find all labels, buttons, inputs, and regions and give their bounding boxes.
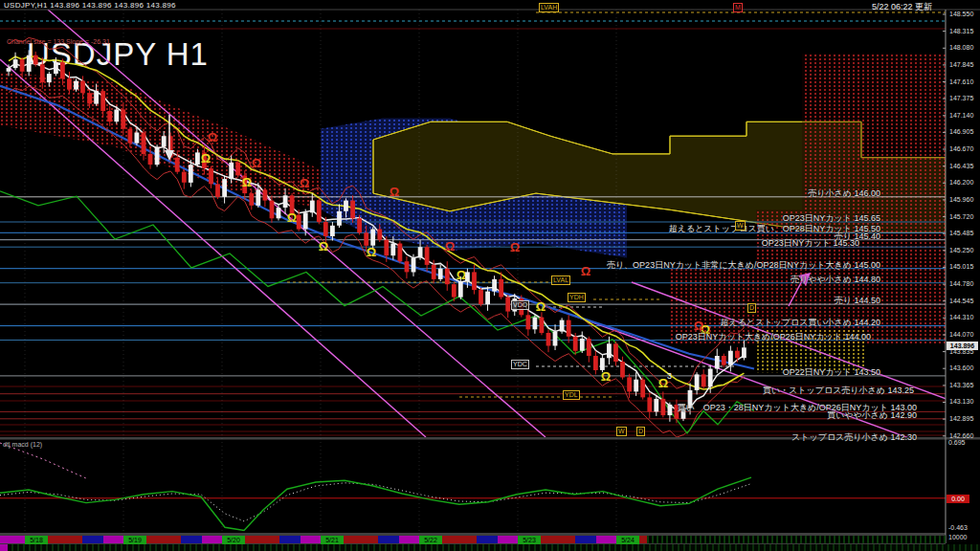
candle-body xyxy=(654,399,658,412)
timeline-segment xyxy=(82,536,103,543)
timeline-segment xyxy=(575,536,596,543)
y-axis-tick: 142.895 xyxy=(949,415,973,422)
candle-body xyxy=(526,315,531,329)
candle-body xyxy=(620,362,625,378)
candle-body xyxy=(640,380,645,398)
candle-body xyxy=(384,240,389,256)
y-axis-tick: 148.080 xyxy=(949,44,973,51)
bottom-grid-strip xyxy=(0,544,980,551)
candle-body xyxy=(485,292,490,305)
marker-box-lval: LVAL xyxy=(551,276,570,285)
omega-marker: Ω xyxy=(601,369,611,384)
chart-title-ohlc: USDJPY,H1 143.896 143.896 143.896 143.89… xyxy=(4,1,176,10)
candle-body xyxy=(499,279,503,298)
candle-body xyxy=(445,269,450,285)
price-level-label: OP23日NYカット大きめ/OP26日NYカット 144.00 xyxy=(676,331,871,343)
candle-body xyxy=(398,244,403,262)
timeline-segment xyxy=(48,536,82,543)
candle-body xyxy=(283,195,288,208)
candle-body xyxy=(735,351,740,359)
timeline-segment xyxy=(202,536,222,543)
candle-body xyxy=(546,333,551,346)
candle-body xyxy=(364,232,368,245)
candle-body xyxy=(195,152,200,165)
candle-body xyxy=(74,81,78,90)
candle-body xyxy=(634,380,638,392)
candle-body xyxy=(148,154,153,165)
candle-body xyxy=(135,133,140,143)
candle-body xyxy=(13,59,18,68)
candle-body xyxy=(330,226,335,236)
candle-body xyxy=(256,189,260,206)
y-axis-tick: 145.960 xyxy=(949,196,973,203)
candle-body xyxy=(412,258,416,273)
candle-body xyxy=(7,68,11,72)
omega-marker: Ω xyxy=(390,185,399,199)
price-level-label: OP23日NYカット 145.30 xyxy=(762,237,859,250)
candle-body xyxy=(661,399,666,415)
y-axis-tick: 143.365 xyxy=(949,382,973,388)
candle-body xyxy=(222,179,227,197)
candle-body xyxy=(573,337,578,351)
price-level-label: OP22日NYカット 143.50 xyxy=(783,366,880,379)
timeline-segment xyxy=(279,536,301,543)
y-axis-tick: 144.545 xyxy=(949,298,973,304)
candle-body xyxy=(142,133,146,155)
timeline-future-area xyxy=(647,536,946,543)
y-axis-tick: 144.780 xyxy=(949,280,973,287)
candle-body xyxy=(702,374,706,386)
omega-marker: Ω xyxy=(208,130,217,144)
marker-box-ydh: YDH xyxy=(568,293,586,302)
chart-window: USDJPY H1 Channel size = 133 Slope = -26… xyxy=(0,0,980,551)
timeline-corner-mark xyxy=(0,544,8,551)
candle-body xyxy=(452,284,457,298)
price-level-label: 売り 144.50 xyxy=(835,295,880,307)
marker-box-ydc: YDC xyxy=(511,360,529,369)
current-price-box: 143.896 xyxy=(947,342,978,350)
omega-marker: Ω xyxy=(581,264,590,278)
price-level-label: 買いやや小さめ 142.90 xyxy=(827,409,917,422)
marker-box-m: M xyxy=(733,3,743,12)
candle-body xyxy=(432,265,436,279)
omega-marker: Ω xyxy=(201,151,211,165)
macd-signal-line xyxy=(0,483,751,521)
candle-body xyxy=(540,318,545,334)
candle-body xyxy=(215,184,220,197)
candle-body xyxy=(47,74,52,82)
y-axis-tick: 148.315 xyxy=(949,28,973,34)
candle-body xyxy=(350,201,355,219)
marker-box-w: W xyxy=(616,427,627,436)
candle-body xyxy=(627,377,632,391)
y-axis-tick: 148.550 xyxy=(949,11,973,17)
candle-body xyxy=(560,320,565,332)
marker-box-d: D xyxy=(747,303,756,313)
count-label: 3 xyxy=(666,372,673,380)
y-axis-tick: 146.905 xyxy=(949,128,973,135)
date-timeline[interactable]: 5/185/195/205/215/225/235/24 xyxy=(0,535,946,544)
candle-body xyxy=(344,201,348,211)
candle-body xyxy=(390,244,395,256)
candle-body xyxy=(715,356,720,369)
candle-body xyxy=(337,211,342,226)
macd-min-value: -0.463 xyxy=(948,524,968,531)
candle-body xyxy=(458,281,463,298)
update-timestamp: 5/22 06:22 更新 xyxy=(872,1,932,13)
candle-body xyxy=(593,356,598,370)
candle-body xyxy=(567,320,571,337)
timeline-segment xyxy=(442,536,477,543)
y-axis-tick: 147.610 xyxy=(949,78,973,85)
candle-body xyxy=(668,405,673,415)
y-axis-tick: 145.250 xyxy=(949,247,973,253)
timeline-segment xyxy=(541,536,575,543)
candle-body xyxy=(263,189,268,200)
candle-body xyxy=(479,290,483,304)
price-level-label: 買い・ストップロス売り小さめ 143.25 xyxy=(763,385,914,397)
price-level-label: 超えるとストップロス買い小さめ 144.20 xyxy=(720,317,880,329)
candle-body xyxy=(80,81,85,94)
candle-body xyxy=(357,218,362,232)
candle-body xyxy=(742,347,746,358)
price-level-label: ストップロス売り小さめ 142.30 xyxy=(791,431,917,444)
candle-body xyxy=(107,111,112,121)
timeline-segment xyxy=(344,536,378,543)
candle-body xyxy=(438,269,443,279)
